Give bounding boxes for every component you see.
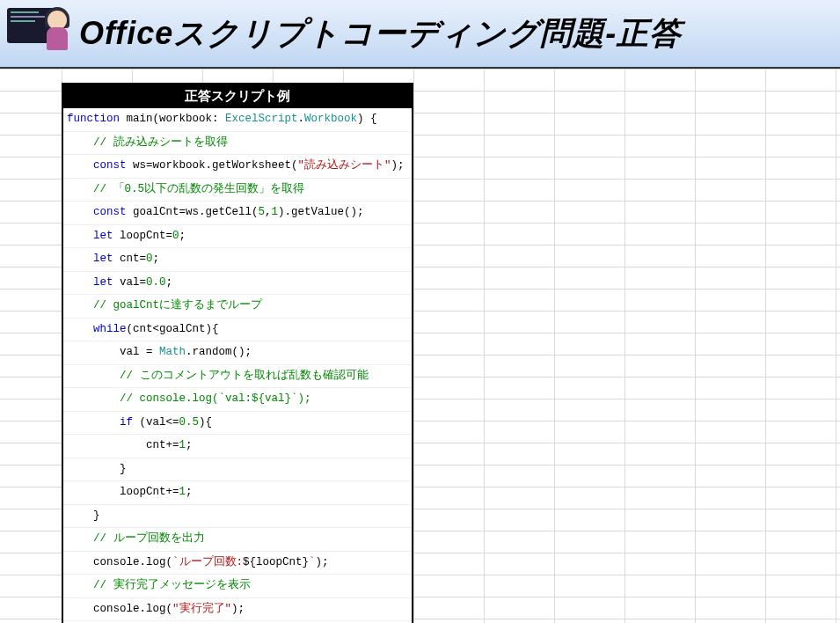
- header-illustration: [7, 6, 70, 61]
- code-line: const goalCnt=ws.getCell(5,1).getValue()…: [63, 202, 412, 225]
- code-panel: 正答スクリプト例 function main(workbook: ExcelSc…: [62, 83, 413, 623]
- code-line: const ws=workbook.getWorksheet("読み込みシート"…: [63, 155, 412, 179]
- code-line: loopCnt+=1;: [63, 481, 412, 505]
- code-line: // このコメントアウトを取れば乱数も確認可能: [63, 365, 412, 389]
- code-line: // goalCntに達するまでループ: [63, 295, 412, 319]
- code-line: // console.log(`val:${val}`);: [63, 388, 412, 412]
- code-line: // ループ回数を出力: [63, 528, 412, 552]
- code-line: // 読み込みシートを取得: [63, 132, 412, 156]
- code-line: let cnt=0;: [63, 248, 412, 272]
- person-icon: [40, 6, 70, 55]
- code-line: function main(workbook: ExcelScript.Work…: [63, 108, 412, 132]
- code-line: let val=0.0;: [63, 272, 412, 296]
- page-title: Officeスクリプトコーディング問題-正答: [79, 12, 682, 55]
- code-line: if (val<=0.5){: [63, 412, 412, 436]
- code-line: console.log("実行完了");: [63, 598, 412, 622]
- code-line: console.log(`ループ回数:${loopCnt}`);: [63, 552, 412, 575]
- code-body: function main(workbook: ExcelScript.Work…: [63, 108, 412, 623]
- code-line: }: [63, 458, 412, 482]
- code-line: cnt+=1;: [63, 435, 412, 458]
- code-line: }: [63, 505, 412, 529]
- code-line: // 実行完了メッセージを表示: [63, 575, 412, 598]
- code-line: // 「0.5以下の乱数の発生回数」を取得: [63, 179, 412, 202]
- page-header: Officeスクリプトコーディング問題-正答: [0, 0, 840, 69]
- code-panel-title: 正答スクリプト例: [63, 84, 412, 108]
- code-line: val = Math.random();: [63, 341, 412, 365]
- code-line: while(cnt<goalCnt){: [63, 319, 412, 342]
- code-line: let loopCnt=0;: [63, 225, 412, 249]
